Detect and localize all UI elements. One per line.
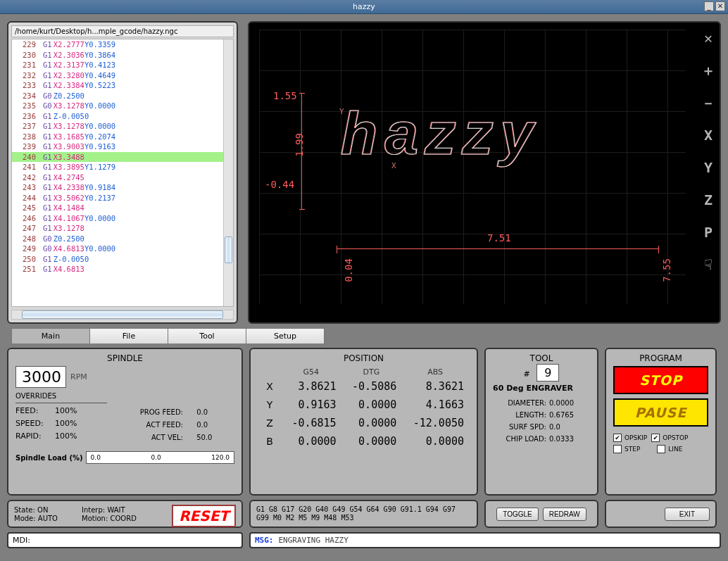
mode-value: AUTO — [38, 515, 58, 522]
state-label: State: — [14, 506, 35, 514]
spindle-load-bar: 0.0 0.0 120.0 — [86, 451, 234, 464]
gcode-line[interactable]: 250G1 Z-0.0050 — [12, 254, 233, 265]
gcode-list[interactable]: 229G1 X2.2777 Y0.3359230G1 X2.3036 Y0.38… — [11, 39, 234, 307]
gcode-line[interactable]: 244G1 X3.5062 Y0.2137 — [12, 193, 233, 203]
step-checkbox[interactable] — [613, 445, 622, 453]
tool-number[interactable]: 9 — [536, 364, 559, 382]
line-checkbox[interactable] — [657, 445, 665, 453]
actvel-label: ACT VEL: — [134, 431, 183, 444]
gcode-line[interactable]: 232G1 X2.3280 Y0.4649 — [12, 70, 233, 81]
gcode-line[interactable]: 229G1 X2.2777 Y0.3359 — [12, 39, 233, 50]
close-icon[interactable]: ✕ — [715, 1, 725, 11]
gcode-line[interactable]: 236G1 Z-0.0050 — [12, 111, 233, 122]
position-row: B0.00000.00000.0000 — [259, 433, 468, 450]
gcode-line[interactable]: 241G1 X3.3895 Y1.1279 — [12, 162, 233, 172]
spindle-load-label: Spindle Load (%) — [15, 454, 83, 462]
window-title: hazzy — [353, 2, 375, 11]
tools-icon[interactable]: ✕ — [700, 30, 717, 46]
zoom-out-icon[interactable]: － — [700, 94, 717, 111]
spindle-rpm-value[interactable]: 3000 — [15, 366, 66, 388]
actfeed-label: ACT FEED: — [134, 419, 183, 431]
mdi-label: MDI: — [13, 536, 30, 545]
gcode-hscrollbar-thumb[interactable] — [22, 310, 223, 319]
stop-button[interactable]: STOP — [613, 366, 708, 394]
extent-x-left: 0.04 — [343, 258, 354, 282]
spindle-title: SPINDLE — [15, 353, 234, 363]
view-p-button[interactable]: P — [700, 224, 717, 241]
gcode-line[interactable]: 243G1 X4.2338 Y0.9184 — [12, 182, 233, 193]
rapid-value: 100% — [55, 430, 77, 443]
tool-len-value: 0.6765 — [549, 409, 574, 421]
opskip-checkbox[interactable]: ✔ — [613, 434, 622, 442]
toggle-button[interactable]: TOGGLE — [496, 508, 539, 521]
feed-value: 100% — [55, 405, 77, 417]
pause-button[interactable]: PAUSE — [613, 398, 708, 427]
tool-dia-label: DIAMETER: — [493, 397, 546, 409]
gcode-line[interactable]: 234G0 Z0.2500 — [12, 91, 233, 101]
speed-value: 100% — [55, 417, 77, 430]
redraw-button[interactable]: REDRAW — [543, 508, 586, 521]
tool-surfspd-label: SURF SPD: — [493, 421, 546, 433]
app-frame: /home/kurt/Desktop/h...mple_gcode/hazzy.… — [0, 14, 728, 561]
gcode-line[interactable]: 237G1 X3.1278 Y0.0000 — [12, 121, 233, 132]
gcode-line[interactable]: 248G0 Z0.2500 — [12, 234, 233, 244]
toolpath-preview[interactable]: hazzy hazzy 1.55 1.99 -0.44 Y X 7.51 0.0… — [248, 21, 721, 324]
actvel-value: 50.0 — [196, 431, 212, 444]
gcode-line[interactable]: 242G1 X4.2745 — [12, 172, 233, 183]
spindle-panel: SPINDLE 3000 RPM OVERRIDES FEED:100% SPE… — [7, 348, 243, 496]
gcode-line[interactable]: 245G1 X4.1484 — [12, 203, 233, 213]
tool-hash: # — [524, 370, 530, 379]
interp-value: WAIT — [107, 506, 125, 514]
tool-panel: TOOL # 9 60 Deg ENGRAVER DIAMETER:0.0000… — [484, 348, 598, 496]
extent-x-span: 7.51 — [487, 232, 511, 244]
line-label: LINE — [668, 446, 682, 453]
gcode-line[interactable]: 246G1 X4.1067 Y0.0000 — [12, 213, 233, 224]
program-title: PROGRAM — [613, 353, 708, 363]
gcode-line[interactable]: 239G1 X3.9003 Y0.9163 — [12, 141, 233, 152]
exit-button[interactable]: EXIT — [665, 508, 710, 521]
position-row: Z-0.68150.0000-12.0050 — [259, 415, 468, 431]
view-x-button[interactable]: X — [700, 127, 717, 144]
gcode-panel: /home/kurt/Desktop/h...mple_gcode/hazzy.… — [7, 21, 238, 324]
zoom-in-icon[interactable]: ＋ — [700, 62, 717, 79]
overrides-label: OVERRIDES — [15, 392, 107, 400]
mode-label: Mode: — [14, 515, 36, 522]
reset-button[interactable]: RESET — [172, 505, 236, 527]
position-row: Y0.91630.00004.1663 — [259, 396, 468, 413]
tab-main[interactable]: Main — [11, 328, 90, 343]
gcode-line[interactable]: 240G1 X3.3488 — [12, 152, 233, 163]
state-panel: State: ON Interp: WAIT Mode: AUTO Motion… — [7, 500, 243, 528]
tool-title: TOOL — [493, 353, 590, 363]
opstop-label: OPSTOP — [663, 434, 688, 441]
gcode-line[interactable]: 251G1 X4.6813 — [12, 264, 233, 275]
y-extent-line — [301, 93, 302, 210]
gcode-line[interactable]: 249G0 X4.6813 Y0.0000 — [12, 244, 233, 254]
gcode-line[interactable]: 247G1 X3.1278 — [12, 223, 233, 234]
tool-chipload-value: 0.0333 — [549, 433, 574, 445]
gcode-line[interactable]: 231G1 X2.3137 Y0.4123 — [12, 60, 233, 70]
extent-y-top: 1.55 — [273, 90, 297, 101]
gcode-line[interactable]: 230G1 X2.3036 Y0.3864 — [12, 50, 233, 61]
tab-tool[interactable]: Tool — [168, 328, 246, 343]
gcode-vscrollbar[interactable] — [223, 39, 233, 306]
mdi-input[interactable]: MDI: — [7, 532, 243, 548]
tab-setup[interactable]: Setup — [246, 328, 325, 343]
window-titlebar: hazzy _ ✕ — [0, 0, 728, 14]
gcode-line[interactable]: 233G1 X2.3384 Y0.5223 — [12, 80, 233, 91]
main-tabs: MainFileToolSetup — [11, 328, 721, 343]
pan-icon[interactable]: ☟ — [700, 256, 717, 273]
gcode-vscrollbar-thumb[interactable] — [225, 237, 232, 263]
gcode-hscrollbar[interactable] — [11, 310, 234, 320]
tool-surfspd-value: 0.0 — [549, 421, 560, 433]
tab-file[interactable]: File — [89, 328, 168, 343]
view-z-button[interactable]: Z — [700, 191, 717, 208]
gcode-line[interactable]: 238G1 X3.1685 Y0.2074 — [12, 132, 233, 142]
gcode-file-tab[interactable]: /home/kurt/Desktop/h...mple_gcode/hazzy.… — [11, 25, 234, 37]
minimize-icon[interactable]: _ — [704, 1, 714, 11]
message-bar: MSG: ENGRAVING HAZZY — [249, 532, 721, 548]
gcode-line[interactable]: 235G0 X3.1278 Y0.0000 — [12, 101, 233, 111]
view-y-button[interactable]: Y — [700, 159, 717, 176]
opstop-checkbox[interactable]: ✔ — [651, 434, 660, 442]
extent-y-span: 1.99 — [294, 133, 305, 157]
speed-label: SPEED: — [15, 417, 49, 430]
